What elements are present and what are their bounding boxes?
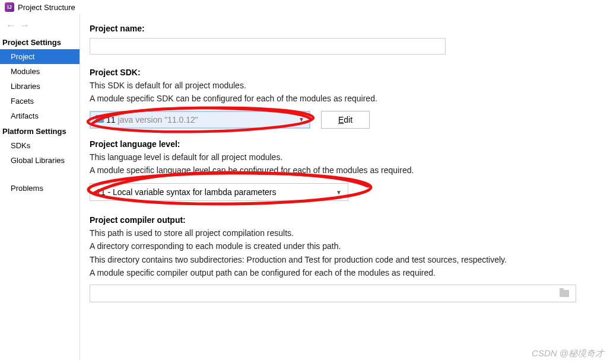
compiler-output-desc3: This directory contains two subdirectori… [90, 254, 601, 266]
compiler-output-row [90, 285, 601, 302]
folder-icon [96, 116, 104, 123]
project-sdk-desc2: A module specific SDK can be configured … [90, 92, 601, 104]
main-layout: ← → Project Settings Project Modules Lib… [0, 14, 610, 360]
project-sdk-desc1: This SDK is default for all project modu… [90, 79, 601, 91]
sidebar-item-modules[interactable]: Modules [0, 64, 80, 79]
sidebar-item-global-libraries[interactable]: Global Libraries [0, 153, 80, 168]
compiler-output-desc2: A directory corresponding to each module… [90, 240, 601, 252]
window-title: Project Structure [18, 3, 75, 12]
sidebar-item-facets[interactable]: Facets [0, 94, 80, 108]
sidebar-item-artifacts[interactable]: Artifacts [0, 108, 80, 123]
project-name-input[interactable] [90, 38, 446, 55]
compiler-output-input[interactable] [90, 285, 576, 302]
folder-icon [560, 290, 569, 297]
chevron-down-icon: ▼ [336, 189, 342, 196]
sidebar-item-libraries[interactable]: Libraries [0, 79, 80, 94]
language-level-desc2: A module specific language level can be … [90, 164, 601, 176]
sidebar-heading-project-settings: Project Settings [0, 34, 80, 49]
sdk-version-text: java version "11.0.12" [118, 115, 198, 124]
language-level-label: Project language level: [90, 139, 601, 149]
project-sdk-label: Project SDK: [90, 68, 601, 77]
language-level-value: 11 - Local variable syntax for lambda pa… [96, 187, 276, 197]
app-icon: IJ [5, 2, 14, 12]
sidebar: ← → Project Settings Project Modules Lib… [0, 14, 80, 360]
nav-arrows: ← → [0, 17, 80, 34]
sidebar-item-sdks[interactable]: SDKs [0, 138, 80, 153]
sidebar-item-problems[interactable]: Problems [0, 181, 80, 196]
sidebar-item-project[interactable]: Project [0, 49, 80, 64]
project-sdk-dropdown[interactable]: 11 java version "11.0.12" ▼ [90, 111, 310, 129]
back-arrow[interactable]: ← [6, 20, 15, 31]
language-level-desc1: This language level is default for all p… [90, 151, 601, 163]
edit-sdk-button[interactable]: Edit [321, 111, 370, 129]
language-level-dropdown[interactable]: 11 - Local variable syntax for lambda pa… [90, 183, 348, 201]
title-bar: IJ Project Structure [0, 0, 610, 14]
compiler-output-desc1: This path is used to store all project c… [90, 227, 601, 239]
browse-button[interactable] [560, 290, 570, 298]
content-pane: Project name: Project SDK: This SDK is d… [80, 14, 610, 360]
sdk-number: 11 [106, 115, 116, 124]
chevron-down-icon: ▼ [298, 116, 304, 123]
sidebar-heading-platform-settings: Platform Settings [0, 123, 80, 138]
forward-arrow[interactable]: → [20, 20, 30, 31]
compiler-output-label: Project compiler output: [90, 215, 601, 225]
compiler-output-desc4: A module specific compiler output path c… [90, 267, 601, 279]
project-name-label: Project name: [90, 24, 601, 33]
sdk-row: 11 java version "11.0.12" ▼ Edit [90, 111, 601, 129]
